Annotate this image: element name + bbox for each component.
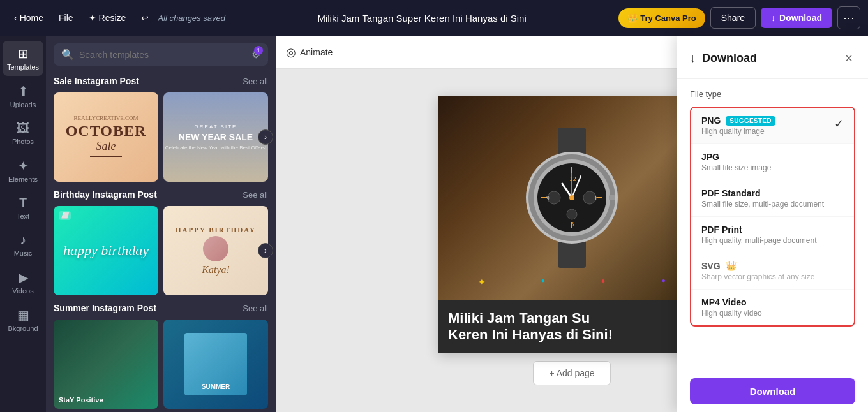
- pdf-print-desc: High quality, multi-page document: [701, 236, 817, 245]
- resize-label: Resize: [99, 13, 126, 23]
- birthday-teal-card[interactable]: ⬜ happy birthday: [54, 206, 158, 295]
- birthday-see-all[interactable]: See all: [243, 190, 268, 200]
- photo-indicator: ⬜: [59, 211, 71, 220]
- october-label: OCTOBER: [66, 122, 147, 140]
- sidebar-item-videos[interactable]: ▶ Videos: [3, 265, 43, 300]
- sale-see-all[interactable]: See all: [243, 77, 268, 86]
- confetti: ✦ ● ✦ ●: [451, 277, 693, 287]
- file-button[interactable]: File: [52, 9, 80, 27]
- sale-template-row: REALLYCREATIVE.COM OCTOBER Sale GREAT SI…: [54, 92, 268, 182]
- close-icon: ×: [845, 51, 853, 65]
- svg-text:3: 3: [594, 196, 597, 202]
- birthday-template-row: ⬜ happy birthday HAPPY BIRTHDAY Katya! ›: [54, 206, 268, 295]
- file-option-svg[interactable]: SVG 👑 Sharp vector graphics at any size: [691, 253, 854, 290]
- summer-card-2[interactable]: SUMMER: [163, 320, 268, 409]
- download-panel-button[interactable]: Download: [690, 378, 855, 404]
- topbar-right: 👑 Try Canva Pro Share ↓ Download ⋯: [618, 6, 860, 29]
- summer-label: SUMMER: [202, 383, 230, 390]
- sidebar-item-templates[interactable]: ⊞ Templates: [3, 41, 43, 76]
- file-option-svg-left: SVG 👑 Sharp vector graphics at any size: [701, 261, 814, 281]
- uploads-icon: ⬆: [18, 84, 29, 99]
- birthday-photo-card[interactable]: HAPPY BIRTHDAY Katya!: [163, 206, 268, 295]
- panel-header: ↓ Download ×: [677, 36, 868, 79]
- stay-positive-card[interactable]: StaY Positive: [54, 320, 158, 409]
- home-label: Home: [20, 13, 43, 23]
- main-layout: ⊞ Templates ⬆ Uploads 🖼 Photos ✦ Element…: [0, 36, 868, 412]
- file-type-label: File type: [690, 89, 855, 99]
- summer-section-header: Summer Instagram Post See all: [54, 303, 268, 313]
- templates-icon: ⊞: [18, 46, 29, 61]
- sidebar-item-uploads[interactable]: ⬆ Uploads: [3, 78, 43, 114]
- more-icon: ⋯: [843, 11, 855, 25]
- undo-button[interactable]: ↩: [135, 9, 155, 27]
- png-name: PNG: [701, 115, 721, 126]
- summer-section-title: Summer Instagram Post: [54, 303, 156, 313]
- birthday-section-title: Birthday Instagram Post: [54, 189, 157, 200]
- sidebar-item-text[interactable]: T Text: [3, 191, 43, 225]
- panel-footer: Download: [677, 371, 868, 412]
- resize-button[interactable]: ✦ Resize: [82, 9, 133, 27]
- sidebar-item-background[interactable]: ▦ Bkground: [3, 302, 43, 337]
- more-options-button[interactable]: ⋯: [837, 6, 860, 29]
- check-icon: ✓: [834, 117, 844, 131]
- left-sidebar: ⊞ Templates ⬆ Uploads 🖼 Photos ✦ Element…: [0, 36, 46, 412]
- summer-wave: SUMMER: [184, 333, 247, 395]
- download-button[interactable]: ↓ Download: [761, 8, 832, 28]
- mp4-name: MP4 Video: [701, 297, 747, 307]
- file-option-pdf-standard[interactable]: PDF Standard Small file size, multi-page…: [691, 180, 854, 217]
- site-label: REALLYCREATIVE.COM: [74, 115, 138, 121]
- sidebar-item-music[interactable]: ♪ Music: [3, 228, 43, 262]
- download-panel-icon: ↓: [690, 52, 696, 65]
- file-option-mp4[interactable]: MP4 Video High quality video: [691, 290, 854, 325]
- pdf-standard-desc: Small file size, multi-page document: [701, 200, 824, 209]
- add-page-button[interactable]: + Add page: [533, 361, 610, 385]
- sale-next-button[interactable]: ›: [258, 129, 273, 145]
- videos-label: Videos: [12, 287, 33, 295]
- search-bar: 🔍 ⚙ 1: [54, 43, 268, 66]
- sidebar-item-photos[interactable]: 🖼 Photos: [3, 116, 43, 151]
- search-input[interactable]: [79, 50, 246, 60]
- search-icon: 🔍: [61, 48, 74, 61]
- animate-icon: ◎: [286, 45, 296, 59]
- document-title: Miliki Jam Tangan Super Keren Ini Hanyas…: [230, 13, 613, 24]
- filter-button[interactable]: ⚙ 1: [251, 48, 260, 61]
- elements-icon: ✦: [18, 158, 29, 173]
- sale-section-title: Sale Instagram Post: [54, 76, 139, 86]
- try-pro-button[interactable]: 👑 Try Canva Pro: [618, 8, 705, 28]
- svg-text:6: 6: [571, 221, 574, 228]
- svg-rect-17: [609, 195, 615, 200]
- svg-pro-icon: 👑: [726, 261, 737, 271]
- background-label: Bkground: [8, 325, 38, 332]
- topbar: ‹ Home File ✦ Resize ↩ All changes saved…: [0, 0, 868, 36]
- svg-name: SVG: [701, 261, 721, 271]
- music-label: Music: [14, 249, 33, 257]
- animate-button[interactable]: ◎ Animate: [286, 45, 333, 59]
- new-year-sale-card[interactable]: GREAT SITE NEW YEAR SALE Celebrate the N…: [163, 92, 268, 182]
- summer-see-all[interactable]: See all: [243, 304, 268, 313]
- close-panel-button[interactable]: ×: [842, 48, 855, 68]
- photos-icon: 🖼: [17, 121, 29, 136]
- file-option-jpg[interactable]: JPG Small file size image: [691, 144, 854, 180]
- animate-label: Animate: [300, 47, 333, 57]
- svg-point-12: [567, 209, 577, 219]
- happy-birthday-label: HAPPY BIRTHDAY: [176, 226, 256, 233]
- pdf-standard-name-row: PDF Standard: [701, 188, 824, 198]
- back-icon: ‹: [14, 13, 17, 23]
- design-canvas[interactable]: 12 3 6 9 ✦ ● ✦ ● Miliki Jam Tangan: [438, 96, 706, 354]
- october-sale-card[interactable]: REALLYCREATIVE.COM OCTOBER Sale: [54, 92, 158, 182]
- panel-body: File type PNG SUGGESTED High quality ima…: [677, 79, 868, 371]
- download-panel: ↓ Download × File type PNG SUGGESTED Hig…: [677, 36, 868, 412]
- sale-label: Sale: [96, 140, 116, 153]
- text-label: Text: [17, 212, 29, 220]
- download-panel-label: Download: [750, 386, 796, 397]
- suggested-badge: SUGGESTED: [726, 116, 775, 126]
- uploads-label: Uploads: [10, 101, 36, 108]
- pdf-print-name: PDF Print: [701, 224, 742, 235]
- sidebar-item-elements[interactable]: ✦ Elements: [3, 153, 43, 188]
- share-button[interactable]: Share: [710, 7, 756, 29]
- file-option-png[interactable]: PNG SUGGESTED High quality image ✓: [691, 108, 854, 144]
- birthday-next-button[interactable]: ›: [258, 243, 273, 258]
- back-button[interactable]: ‹ Home: [8, 9, 50, 27]
- file-option-pdf-print[interactable]: PDF Print High quality, multi-page docum…: [691, 217, 854, 253]
- download-icon: ↓: [771, 13, 775, 23]
